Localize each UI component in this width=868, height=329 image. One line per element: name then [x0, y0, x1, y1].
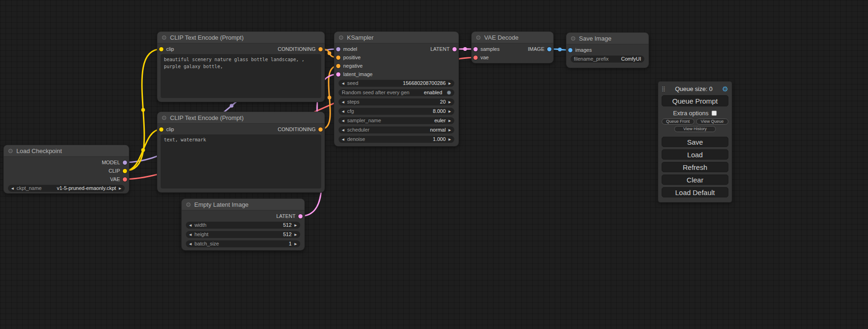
- input-port-negative[interactable]: negative: [336, 63, 363, 69]
- node-title-bar[interactable]: KSampler: [334, 32, 459, 43]
- input-port-samples[interactable]: samples: [473, 46, 500, 52]
- node-empty-latent-image[interactable]: Empty Latent Image LATENT ◀ width 512 ▶ …: [182, 199, 304, 250]
- node-clip-text-encode-negative[interactable]: CLIP Text Encode (Prompt) clip CONDITION…: [157, 112, 325, 192]
- port-dot-latent[interactable]: [298, 214, 303, 218]
- clear-button[interactable]: Clear: [662, 175, 728, 185]
- decrement-arrow-icon[interactable]: ◀: [342, 80, 344, 87]
- port-dot-latent-image[interactable]: [336, 72, 340, 77]
- decrement-arrow-icon[interactable]: ◀: [342, 98, 344, 105]
- increment-arrow-icon[interactable]: ▶: [449, 108, 451, 115]
- widget-random-seed-toggle[interactable]: Random seed after every gen enabled: [339, 89, 454, 96]
- queue-panel[interactable]: ⣿ Queue size: 0 ⚙ Queue Prompt Extra opt…: [658, 82, 732, 202]
- node-ksampler[interactable]: KSampler model LATENT positive negative: [334, 32, 459, 146]
- node-title-bar[interactable]: CLIP Text Encode (Prompt): [157, 32, 325, 43]
- collapse-toggle-icon[interactable]: [8, 149, 13, 153]
- decrement-arrow-icon[interactable]: ◀: [189, 222, 191, 229]
- increment-arrow-icon[interactable]: ▶: [449, 98, 451, 105]
- output-port-conditioning[interactable]: CONDITIONING: [278, 46, 323, 52]
- port-dot-model[interactable]: [123, 161, 127, 165]
- input-port-positive[interactable]: positive: [336, 55, 360, 60]
- increment-arrow-icon[interactable]: ▶: [449, 126, 451, 133]
- widget-seed[interactable]: ◀ seed 156680208700286 ▶: [339, 80, 454, 87]
- decrement-arrow-icon[interactable]: ◀: [342, 108, 344, 115]
- load-button[interactable]: Load: [662, 149, 728, 160]
- queue-front-button[interactable]: Queue Front: [662, 119, 694, 125]
- prompt-textarea[interactable]: beautiful scenery nature glass bottle la…: [161, 54, 321, 98]
- drag-handle-icon[interactable]: ⣿: [662, 86, 665, 92]
- widget-steps[interactable]: ◀ steps 20 ▶: [339, 98, 454, 105]
- view-history-button[interactable]: View History: [674, 126, 716, 132]
- input-port-images[interactable]: images: [568, 47, 592, 53]
- decrement-arrow-icon[interactable]: ◀: [342, 117, 344, 124]
- output-port-conditioning[interactable]: CONDITIONING: [278, 126, 323, 132]
- input-port-vae[interactable]: vae: [473, 55, 489, 60]
- widget-height[interactable]: ◀ height 512 ▶: [186, 231, 300, 238]
- node-title-bar[interactable]: Empty Latent Image: [182, 199, 304, 210]
- widget-width[interactable]: ◀ width 512 ▶: [186, 222, 300, 229]
- output-port-latent[interactable]: LATENT: [430, 46, 457, 52]
- increment-arrow-icon[interactable]: ▶: [295, 231, 297, 238]
- port-dot-image[interactable]: [547, 47, 551, 51]
- save-button[interactable]: Save: [662, 137, 728, 147]
- collapse-toggle-icon[interactable]: [339, 35, 343, 40]
- input-port-clip[interactable]: clip: [159, 46, 174, 52]
- port-dot-clip[interactable]: [123, 169, 127, 173]
- output-port-clip[interactable]: CLIP: [109, 168, 127, 174]
- decrement-arrow-icon[interactable]: ◀: [189, 231, 191, 238]
- toggle-state-icon[interactable]: [447, 91, 451, 95]
- node-title-bar[interactable]: CLIP Text Encode (Prompt): [157, 112, 325, 124]
- port-dot-negative[interactable]: [336, 64, 340, 68]
- widget-batch-size[interactable]: ◀ batch_size 1 ▶: [186, 240, 300, 247]
- port-dot-conditioning[interactable]: [318, 47, 323, 51]
- refresh-button[interactable]: Refresh: [662, 162, 728, 172]
- increment-arrow-icon[interactable]: ▶: [295, 240, 297, 247]
- collapse-toggle-icon[interactable]: [571, 36, 575, 41]
- increment-arrow-icon[interactable]: ▶: [119, 185, 121, 192]
- port-dot-conditioning[interactable]: [318, 127, 323, 132]
- port-dot-latent[interactable]: [452, 47, 457, 51]
- load-default-button[interactable]: Load Default: [662, 187, 728, 197]
- node-title-bar[interactable]: Load Checkpoint: [4, 145, 129, 157]
- input-port-clip[interactable]: clip: [159, 126, 174, 132]
- collapse-toggle-icon[interactable]: [162, 116, 166, 120]
- output-port-model[interactable]: MODEL: [102, 160, 127, 165]
- node-vae-decode[interactable]: VAE Decode samples IMAGE vae: [472, 32, 553, 63]
- node-load-checkpoint[interactable]: Load Checkpoint MODEL CLIP VAE ◀ ckpt_na…: [4, 145, 129, 193]
- increment-arrow-icon[interactable]: ▶: [449, 80, 451, 87]
- port-dot-clip[interactable]: [159, 127, 163, 132]
- collapse-toggle-icon[interactable]: [162, 35, 166, 40]
- view-queue-button[interactable]: View Queue: [696, 119, 729, 125]
- widget-filename-prefix[interactable]: filename_prefix ComfyUI: [571, 56, 644, 63]
- widget-sampler-name[interactable]: ◀ sampler_name euler ▶: [339, 117, 454, 124]
- decrement-arrow-icon[interactable]: ◀: [342, 136, 344, 143]
- prompt-textarea[interactable]: text, watermark: [161, 134, 321, 189]
- node-title-bar[interactable]: Save Image: [566, 33, 649, 44]
- port-dot-clip[interactable]: [159, 47, 163, 51]
- collapse-toggle-icon[interactable]: [186, 203, 191, 207]
- input-port-model[interactable]: model: [336, 46, 357, 52]
- settings-gear-icon[interactable]: ⚙: [722, 85, 728, 92]
- widget-denoise[interactable]: ◀ denoise 1.000 ▶: [339, 136, 454, 143]
- port-dot-images[interactable]: [568, 48, 572, 52]
- increment-arrow-icon[interactable]: ▶: [449, 117, 451, 124]
- collapse-toggle-icon[interactable]: [476, 35, 480, 40]
- input-port-latent-image[interactable]: latent_image: [336, 71, 373, 77]
- port-dot-samples[interactable]: [473, 47, 478, 51]
- widget-ckpt-name[interactable]: ◀ ckpt_name v1-5-pruned-emaonly.ckpt ▶: [8, 185, 125, 192]
- decrement-arrow-icon[interactable]: ◀: [342, 126, 344, 133]
- queue-prompt-button[interactable]: Queue Prompt: [662, 95, 728, 106]
- widget-cfg[interactable]: ◀ cfg 8.000 ▶: [339, 108, 454, 115]
- port-dot-positive[interactable]: [336, 56, 340, 60]
- node-canvas[interactable]: { "icons": { "left_arrow": "◀", "right_a…: [0, 0, 868, 329]
- port-dot-model[interactable]: [336, 47, 340, 51]
- widget-scheduler[interactable]: ◀ scheduler normal ▶: [339, 126, 454, 133]
- node-save-image[interactable]: Save Image images filename_prefix ComfyU…: [566, 33, 649, 68]
- port-dot-vae[interactable]: [473, 56, 478, 60]
- port-dot-vae[interactable]: [123, 177, 127, 182]
- output-port-vae[interactable]: VAE: [110, 176, 127, 182]
- output-port-latent[interactable]: LATENT: [276, 213, 303, 219]
- increment-arrow-icon[interactable]: ▶: [295, 222, 297, 229]
- extra-options-checkbox[interactable]: [712, 111, 717, 116]
- decrement-arrow-icon[interactable]: ◀: [189, 240, 191, 247]
- node-title-bar[interactable]: VAE Decode: [472, 32, 553, 43]
